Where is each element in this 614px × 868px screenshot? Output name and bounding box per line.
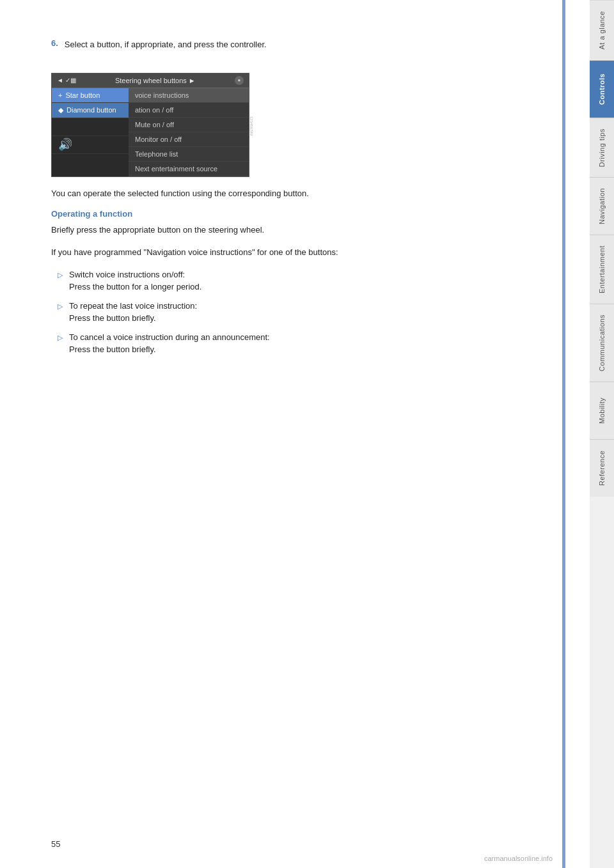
tab-controls[interactable]: Controls (590, 60, 614, 118)
bullet-main-2: To repeat the last voice instruction: (69, 301, 197, 311)
page-container: 6. Select a button, if appropriate, and … (0, 0, 614, 868)
diamond-button-label: Diamond button (67, 106, 116, 114)
bullet-sub-2: Press the button briefly. (69, 313, 156, 323)
tab-reference[interactable]: Reference (590, 439, 614, 497)
star-button-label: Star button (65, 91, 100, 99)
bottom-bar: carmanualsonline.info (0, 849, 565, 868)
tab-driving-tips[interactable]: Driving tips (590, 118, 614, 177)
ui-menu-area: + Star button ◆ Diamond button 🔊 (52, 88, 249, 176)
para2: Briefly press the appropriate button on … (51, 224, 551, 237)
step-6-row: 6. Select a button, if appropriate, and … (51, 38, 551, 61)
para1: You can operate the selected function us… (51, 187, 551, 201)
monitor-item[interactable]: Monitor on / off (129, 132, 249, 147)
empty-item-1 (52, 118, 129, 136)
bullet-arrow-1: ▷ (58, 270, 63, 281)
bullet-content-1: Switch voice instructions on/off: Press … (69, 268, 551, 293)
entertainment-item[interactable]: Next entertainment source (129, 162, 249, 176)
ui-nav-left: ◄ ✓▦ (57, 77, 76, 84)
bullet-main-1: Switch voice instructions on/off: (69, 270, 185, 279)
image-watermark: 123456789 (249, 116, 253, 136)
ui-right-column: voice instructions ation on / off Mute o… (129, 88, 249, 176)
tab-entertainment[interactable]: Entertainment (590, 235, 614, 304)
controls-accent-bar (562, 0, 565, 868)
section-heading: Operating a function (51, 209, 551, 219)
tab-at-a-glance[interactable]: At a glance (590, 0, 614, 60)
para3: If you have programmed "Navigation voice… (51, 246, 551, 260)
ui-left-column: + Star button ◆ Diamond button 🔊 (52, 88, 129, 176)
ui-header: ◄ ✓▦ Steering wheel buttons ► ● (52, 74, 249, 88)
mute-item[interactable]: Mute on / off (129, 118, 249, 132)
telephone-item[interactable]: Telephone list (129, 147, 249, 162)
ui-header-title: Steering wheel buttons ► (76, 77, 235, 84)
diamond-button-item[interactable]: ◆ Diamond button (52, 103, 129, 118)
ui-screenshot: ◄ ✓▦ Steering wheel buttons ► ● + Star b… (51, 73, 249, 177)
list-item: ▷ Switch voice instructions on/off: Pres… (58, 268, 551, 293)
bullet-arrow-2: ▷ (58, 301, 63, 312)
tab-navigation[interactable]: Navigation (590, 177, 614, 235)
tab-communications[interactable]: Communications (590, 304, 614, 382)
bullet-content-3: To cancel a voice instruction during an … (69, 331, 551, 356)
ui-header-left: ◄ ✓▦ (57, 77, 76, 84)
step-number: 6. (51, 38, 58, 61)
diamond-button-icon: ◆ (58, 106, 63, 114)
bullet-sub-3: Press the button briefly. (69, 345, 156, 354)
ui-header-icon: ● (235, 76, 244, 85)
ui-screenshot-wrapper: ◄ ✓▦ Steering wheel buttons ► ● + Star b… (51, 65, 249, 187)
list-item: ▷ To cancel a voice instruction during a… (58, 331, 551, 356)
star-button-icon: + (58, 91, 62, 99)
bullet-sub-1: Press the button for a longer period. (69, 282, 201, 291)
bullet-list: ▷ Switch voice instructions on/off: Pres… (58, 268, 551, 356)
bullet-arrow-3: ▷ (58, 332, 63, 343)
star-button-item[interactable]: + Star button (52, 88, 129, 103)
bullet-content-2: To repeat the last voice instruction: Pr… (69, 300, 551, 325)
voice-instructions-item[interactable]: voice instructions (129, 88, 249, 103)
step-text: Select a button, if appropriate, and pre… (65, 38, 267, 51)
sidebar-tabs: At a glance Controls Driving tips Naviga… (590, 0, 614, 868)
list-item: ▷ To repeat the last voice instruction: … (58, 300, 551, 325)
watermark-text: carmanualsonline.info (484, 855, 553, 862)
page-number: 55 (51, 839, 60, 849)
bullet-main-3: To cancel a voice instruction during an … (69, 332, 270, 342)
tab-mobility[interactable]: Mobility (590, 382, 614, 439)
empty-item-2: 🔊 (52, 136, 129, 154)
main-content: 6. Select a button, if appropriate, and … (0, 0, 590, 868)
speaker-icon: 🔊 (58, 137, 72, 151)
ation-item[interactable]: ation on / off (129, 103, 249, 118)
